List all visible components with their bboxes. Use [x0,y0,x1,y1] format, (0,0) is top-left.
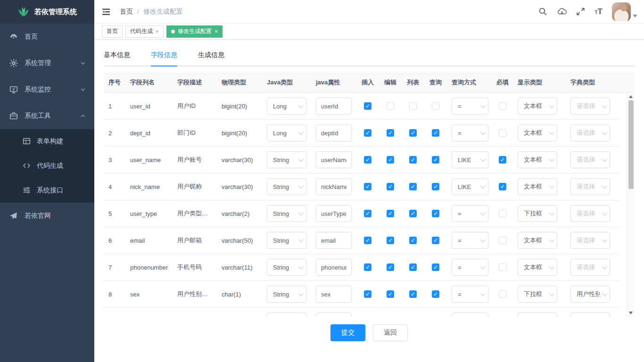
query-checkbox[interactable] [432,102,439,110]
insert-checkbox[interactable]: ✓ [364,237,372,244]
dict-type-select[interactable]: 请选择 [570,205,610,222]
breadcrumb-home[interactable]: 首页 [120,8,133,16]
required-checkbox[interactable] [499,210,506,217]
insert-checkbox[interactable]: ✓ [364,129,372,137]
display-type-select[interactable]: 文本框 [518,313,557,317]
java-type-select[interactable]: String [267,151,306,168]
list-checkbox[interactable] [409,102,417,110]
avatar[interactable] [612,2,631,21]
java-prop-input[interactable] [316,286,352,303]
edit-checkbox[interactable]: ✓ [387,290,394,298]
java-prop-input[interactable] [316,178,352,195]
java-prop-input[interactable] [316,98,352,115]
list-checkbox[interactable]: ✓ [409,156,417,164]
sidebar-item-system-management[interactable]: 系统管理 [0,50,94,76]
dict-type-select[interactable]: 请选择 [570,151,610,168]
java-type-select[interactable]: String [267,232,306,249]
display-type-select[interactable]: 文本框 [518,232,557,249]
java-type-select[interactable]: String [267,259,306,276]
query-checkbox[interactable]: ✓ [432,129,439,137]
required-checkbox[interactable] [499,102,506,110]
query-checkbox[interactable]: ✓ [432,183,439,190]
required-checkbox[interactable] [499,129,506,137]
dict-type-select[interactable]: 请选择 [570,98,610,115]
tab-gen-info[interactable]: 生成信息 [198,46,224,66]
list-checkbox[interactable]: ✓ [409,290,417,298]
scrollbar-up-arrow-icon[interactable] [629,95,633,98]
java-type-select[interactable]: String [267,178,306,195]
tag-edit-gen-config[interactable]: 修改生成配置 × [166,25,223,38]
dict-type-select[interactable]: 请选择 [570,124,610,141]
sidebar-item-code-generation[interactable]: 代码生成 [0,154,94,178]
java-type-select[interactable]: String [267,205,306,222]
query-checkbox[interactable]: ✓ [432,290,439,298]
query-checkbox[interactable]: ✓ [432,263,439,271]
list-checkbox[interactable]: ✓ [409,210,417,217]
tag-code-generation[interactable]: 代码生成 × [125,25,164,38]
display-type-select[interactable]: 文本框 [518,151,557,168]
sidebar-item-system-api[interactable]: 系统接口 [0,178,94,203]
java-type-select[interactable]: Long [267,124,306,141]
query-type-select[interactable]: = [452,205,488,222]
edit-checkbox[interactable]: ✓ [387,237,394,244]
required-checkbox[interactable] [499,237,506,244]
java-type-select[interactable]: Long [267,98,306,115]
required-checkbox[interactable] [499,263,506,271]
search-icon[interactable] [538,7,548,16]
java-prop-input[interactable] [316,313,352,317]
java-prop-input[interactable] [316,205,352,222]
dict-type-select[interactable]: 用户性别 [570,286,610,303]
java-prop-input[interactable] [316,124,352,141]
java-prop-input[interactable] [316,259,352,276]
edit-checkbox[interactable]: ✓ [387,129,394,137]
query-type-select[interactable]: LIKE [452,178,488,195]
font-size-icon[interactable]: TT [595,7,603,16]
insert-checkbox[interactable]: ✓ [364,102,372,110]
edit-checkbox[interactable]: ✓ [387,183,394,190]
edit-checkbox[interactable]: ✓ [387,210,394,217]
query-type-select[interactable]: = [452,286,488,303]
java-type-select[interactable]: String [267,313,306,317]
insert-checkbox[interactable]: ✓ [364,263,372,271]
scrollbar-thumb[interactable] [628,100,634,189]
java-prop-input[interactable] [316,232,352,249]
sidebar-fold-icon[interactable] [94,0,118,24]
query-type-select[interactable]: = [452,313,488,317]
display-type-select[interactable]: 下拉框 [518,205,557,222]
display-type-select[interactable]: 文本框 [518,178,557,195]
query-type-select[interactable]: = [452,98,488,115]
table-scrollbar[interactable] [627,93,635,317]
insert-checkbox[interactable]: ✓ [364,156,372,164]
query-checkbox[interactable]: ✓ [432,210,439,217]
list-checkbox[interactable]: ✓ [409,237,417,244]
tab-field-info[interactable]: 字段信息 [151,46,177,66]
list-checkbox[interactable]: ✓ [409,263,417,271]
submit-button[interactable]: 提交 [330,324,365,341]
list-checkbox[interactable]: ✓ [409,129,417,137]
dict-type-select[interactable]: 请选择 [570,232,610,249]
tag-close-icon[interactable]: × [215,29,218,34]
user-menu[interactable] [612,2,637,21]
insert-checkbox[interactable]: ✓ [364,210,372,217]
required-checkbox[interactable]: ✓ [499,156,506,164]
query-type-select[interactable]: = [452,232,488,249]
tag-close-icon[interactable]: × [156,29,159,34]
fullscreen-icon[interactable] [576,7,586,16]
insert-checkbox[interactable]: ✓ [364,290,372,298]
sidebar-item-system-tools[interactable]: 系统工具 [0,103,94,129]
cloud-download-icon[interactable] [557,7,567,16]
sidebar-item-official-site[interactable]: 若依官网 [0,203,94,229]
query-checkbox[interactable]: ✓ [432,237,439,244]
tag-home[interactable]: 首页 [102,25,123,38]
dict-type-select[interactable]: 请选择 [570,178,610,195]
display-type-select[interactable]: 文本框 [518,98,557,115]
edit-checkbox[interactable]: ✓ [387,156,394,164]
query-type-select[interactable]: = [452,124,488,141]
java-prop-input[interactable] [316,151,352,168]
tab-basic-info[interactable]: 基本信息 [104,46,130,66]
display-type-select[interactable]: 下拉框 [518,286,557,303]
required-checkbox[interactable]: ✓ [499,183,506,190]
query-type-select[interactable]: LIKE [452,151,488,168]
sidebar-item-home[interactable]: 首页 [0,24,94,50]
dict-type-select[interactable]: 请选择 [570,259,610,276]
